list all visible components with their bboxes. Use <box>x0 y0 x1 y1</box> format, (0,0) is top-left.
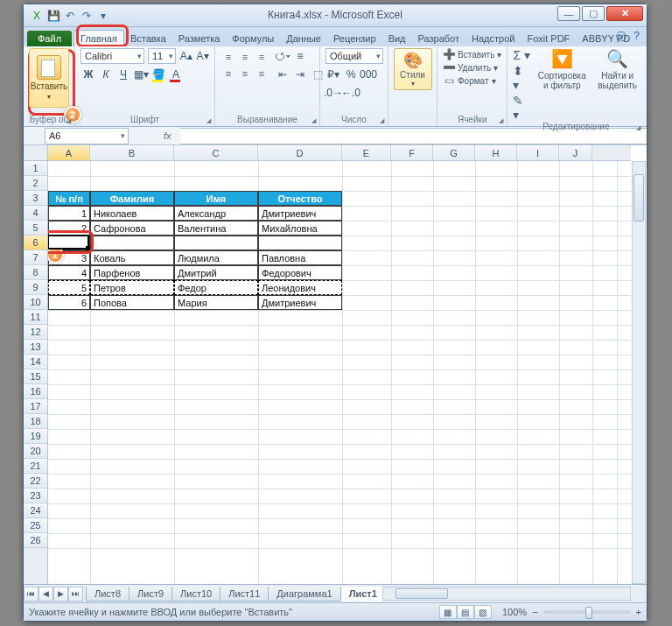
row-header-11[interactable]: 11 <box>24 310 47 325</box>
font-size-combo[interactable]: 11 <box>148 48 176 64</box>
cell[interactable]: Дмитрий <box>174 265 258 280</box>
row-header-5[interactable]: 5 <box>24 221 47 236</box>
font-color-button[interactable]: A <box>168 67 184 82</box>
help-icon[interactable]: ? <box>634 30 640 45</box>
comma-button[interactable]: 000 <box>360 67 376 82</box>
cell[interactable]: Дмитриевич <box>258 206 342 221</box>
row-header-8[interactable]: 8 <box>24 265 47 280</box>
align-top-left[interactable]: ≡ <box>220 49 236 65</box>
cell[interactable]: Михайловна <box>258 221 342 236</box>
cell[interactable]: Отчество <box>258 191 342 206</box>
cell[interactable]: Дмитриевич <box>258 295 342 310</box>
tab-nav-next[interactable]: ▶ <box>53 587 68 601</box>
row-header-20[interactable]: 20 <box>24 444 47 459</box>
row-header-23[interactable]: 23 <box>24 489 47 503</box>
cell[interactable]: Попова <box>90 295 174 310</box>
tab-insert[interactable]: Вставка <box>124 31 172 46</box>
cells-insert-button[interactable]: ➕Вставить ▾ <box>443 48 501 60</box>
column-header-F[interactable]: F <box>391 145 433 160</box>
cell[interactable]: Имя <box>174 191 258 206</box>
row-header-13[interactable]: 13 <box>24 340 47 355</box>
currency-button[interactable]: ₽▾ <box>326 67 341 82</box>
cell-grid[interactable]: № п/пФамилияИмяОтчество1НиколаевАлександ… <box>48 161 631 584</box>
cell[interactable]: Павловна <box>258 250 342 265</box>
find-select-button[interactable]: 🔍 Найти и выделить <box>592 48 642 90</box>
tab-review[interactable]: Рецензир <box>327 31 382 46</box>
select-all-corner[interactable] <box>24 145 48 161</box>
align-top-center[interactable]: ≡ <box>237 49 253 65</box>
column-header-I[interactable]: I <box>517 145 559 160</box>
name-box[interactable]: A6 <box>45 128 129 144</box>
row-header-15[interactable]: 15 <box>24 369 47 384</box>
sort-filter-button[interactable]: 🔽 Сортировка и фильтр <box>537 48 587 90</box>
row-header-19[interactable]: 19 <box>24 429 47 444</box>
tab-addins[interactable]: Надстрой <box>466 31 521 46</box>
row-header-14[interactable]: 14 <box>24 355 47 369</box>
zoom-out-button[interactable]: − <box>532 607 537 617</box>
percent-button[interactable]: % <box>343 67 359 82</box>
clear-button[interactable]: ✎ ▾ <box>513 94 531 122</box>
fx-icon[interactable]: fx <box>164 130 172 141</box>
cells-format-button[interactable]: ▭Формат ▾ <box>443 74 501 87</box>
tab-nav-prev[interactable]: ◀ <box>38 587 53 601</box>
column-header-C[interactable]: C <box>174 145 258 160</box>
row-header-24[interactable]: 24 <box>24 503 47 518</box>
number-format-combo[interactable]: Общий <box>326 48 383 64</box>
tab-view[interactable]: Вид <box>382 31 412 46</box>
tab-layout[interactable]: Разметка <box>172 31 227 46</box>
save-button[interactable]: 💾 <box>46 8 61 24</box>
cell[interactable]: Федорович <box>258 265 342 280</box>
column-header-J[interactable]: J <box>559 145 592 160</box>
row-header-6[interactable]: 6 <box>24 236 47 250</box>
row-header-17[interactable]: 17 <box>24 399 47 414</box>
cell[interactable]: Сафронова <box>90 221 174 236</box>
hscroll-thumb[interactable] <box>396 588 448 599</box>
row-header-12[interactable]: 12 <box>24 325 47 340</box>
underline-button[interactable]: Ч <box>116 67 131 82</box>
row-header-7[interactable]: 7 <box>24 250 47 265</box>
row-header-1[interactable]: 1 <box>24 161 47 176</box>
sheet-tab[interactable]: Лист1 <box>340 587 386 601</box>
cell[interactable]: № п/п <box>48 191 90 206</box>
row-header-4[interactable]: 4 <box>24 206 47 221</box>
tab-nav-first[interactable]: ⏮ <box>24 587 38 601</box>
column-header-A[interactable]: A <box>48 145 90 160</box>
cell[interactable]: 6 <box>48 295 90 310</box>
tab-developer[interactable]: Разработ <box>412 31 466 46</box>
sheet-tab[interactable]: Лист11 <box>220 587 269 601</box>
align-top-right[interactable]: ≡ <box>254 49 270 65</box>
tab-home[interactable]: Главная <box>74 30 124 46</box>
font-name-combo[interactable]: Calibri <box>80 48 144 64</box>
styles-button[interactable]: 🎨 Стили ▾ <box>394 48 432 90</box>
minimize-button[interactable]: — <box>557 6 580 21</box>
paste-button[interactable]: Вставить ▾ <box>29 48 69 108</box>
orientation-button[interactable]: ⭯▾ <box>275 48 290 64</box>
sheet-tab[interactable]: Лист10 <box>172 587 220 601</box>
align-bottom-center[interactable]: ≡ <box>237 66 253 81</box>
column-header-B[interactable]: B <box>90 145 174 160</box>
cell[interactable]: Фамилия <box>90 191 174 206</box>
tab-data[interactable]: Данные <box>280 31 327 46</box>
tab-nav-last[interactable]: ⏭ <box>68 587 83 601</box>
wrap-text-button[interactable]: ≡ <box>292 48 308 64</box>
grow-font-icon[interactable]: A▴ <box>179 48 192 64</box>
qat-more-icon[interactable]: ▾ <box>95 8 111 24</box>
row-header-16[interactable]: 16 <box>24 384 47 399</box>
tab-file[interactable]: Файл <box>27 31 72 46</box>
shrink-font-icon[interactable]: A▾ <box>196 48 209 64</box>
row-header-9[interactable]: 9 <box>24 280 47 295</box>
border-button[interactable]: ▦▾ <box>133 67 149 82</box>
cell[interactable]: 2 <box>48 221 90 236</box>
row-header-26[interactable]: 26 <box>24 533 47 548</box>
autosum-button[interactable]: Σ ▾ <box>513 48 531 62</box>
close-button[interactable]: ✕ <box>606 6 643 21</box>
tab-foxit[interactable]: Foxit PDF <box>521 31 576 46</box>
cell[interactable] <box>174 236 258 250</box>
increase-indent-button[interactable]: ⇥ <box>292 67 308 82</box>
cell[interactable]: 1 <box>48 206 90 221</box>
row-header-3[interactable]: 3 <box>24 191 47 206</box>
vertical-scrollbar[interactable] <box>632 161 646 584</box>
cell[interactable]: Александр <box>174 206 258 221</box>
fill-button[interactable]: ⬍ ▾ <box>513 64 531 92</box>
sheet-tab[interactable]: Диаграмма1 <box>268 587 340 601</box>
